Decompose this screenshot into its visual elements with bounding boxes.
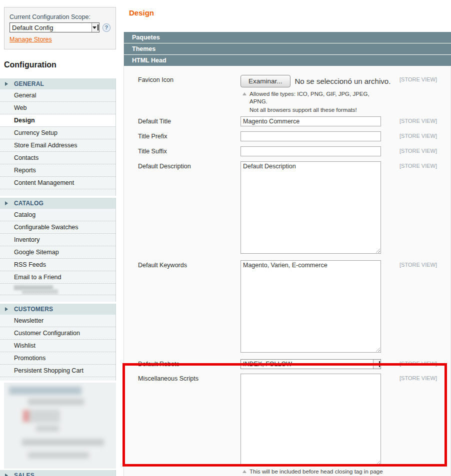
field-label: Title Prefix xyxy=(138,131,240,140)
default-robots-select[interactable]: INDEX, FOLLOW xyxy=(240,359,381,369)
default-robots-value: INDEX, FOLLOW xyxy=(241,361,373,368)
scope-select[interactable]: Default Config xyxy=(10,22,100,32)
section-filler xyxy=(0,189,116,196)
arrow-right-icon xyxy=(5,474,8,476)
scope-badge: [STORE VIEW] xyxy=(400,161,450,169)
arrow-right-icon xyxy=(5,201,8,205)
scope-badge: [STORE VIEW] xyxy=(400,131,450,139)
config-nav: GENERAL General Web Design Currency Setu… xyxy=(0,78,116,476)
nav-section-sales: SALES Sales xyxy=(0,470,116,476)
scope-badge: [STORE VIEW] xyxy=(400,146,450,154)
file-status-text: No se seleccionó un archivo. xyxy=(295,77,391,85)
note-triangle-icon xyxy=(242,470,246,473)
field-row-default-keywords: Default Keywords Magento, Varien, E-comm… xyxy=(124,260,450,353)
sidebar-item-reports[interactable]: Reports xyxy=(0,164,116,177)
nav-section-catalog: CATALOG Catalog Configurable Swatches In… xyxy=(0,198,116,302)
help-icon[interactable]: ? xyxy=(102,23,110,32)
field-row-title-suffix: Title Suffix [STORE VIEW] xyxy=(124,146,450,156)
field-note: Not all browsers support all these forma… xyxy=(240,106,390,114)
arrow-right-icon xyxy=(5,307,8,311)
chevron-down-icon[interactable] xyxy=(92,23,99,32)
sidebar-item-redacted xyxy=(0,284,116,295)
nav-header-customers[interactable]: CUSTOMERS xyxy=(0,304,116,315)
field-row-default-robots: Default Robots INDEX, FOLLOW [STORE VIEW… xyxy=(124,359,450,369)
sidebar-item-general[interactable]: General xyxy=(0,89,116,102)
miscellaneous-scripts-textarea[interactable] xyxy=(240,374,381,466)
sidebar-item-wishlist[interactable]: Wishlist xyxy=(0,340,116,352)
panel-header-paquetes[interactable]: Paquetes xyxy=(124,32,451,43)
scope-badge: [STORE VIEW] xyxy=(400,374,450,381)
nav-section-general: GENERAL General Web Design Currency Setu… xyxy=(0,78,116,196)
field-label: Default Keywords xyxy=(138,260,240,269)
field-label: Title Suffix xyxy=(138,146,240,155)
default-keywords-textarea[interactable]: Magento, Varien, E-commerce xyxy=(240,260,381,353)
panel-header-themes[interactable]: Themes xyxy=(124,43,451,54)
scope-label: Current Configuration Scope: xyxy=(10,13,110,20)
config-panels: Paquetes Themes HTML Head xyxy=(124,32,451,66)
chevron-down-icon[interactable] xyxy=(373,360,380,369)
field-label: Default Title xyxy=(138,116,240,125)
scope-select-value: Default Config xyxy=(10,24,92,31)
sidebar-item-web[interactable]: Web xyxy=(0,102,116,114)
sidebar-item-store-email-addresses[interactable]: Store Email Addresses xyxy=(0,139,116,152)
section-filler xyxy=(0,295,116,302)
field-label: Favicon Icon xyxy=(138,75,240,83)
field-row-default-title: Default Title [STORE VIEW] xyxy=(124,116,450,126)
page-title: Design xyxy=(129,8,451,17)
nav-header-sales[interactable]: SALES xyxy=(0,470,116,476)
field-row-favicon-icon: Favicon Icon Examinar... No se seleccion… xyxy=(124,75,450,114)
note-triangle-icon xyxy=(242,92,246,95)
sidebar-item-persistent-shopping-cart[interactable]: Persistent Shopping Cart xyxy=(0,365,116,377)
sidebar-item-promotions[interactable]: Promotions xyxy=(0,352,116,365)
title-prefix-input[interactable] xyxy=(240,131,381,141)
config-scope-box: Current Configuration Scope: Default Con… xyxy=(4,7,116,49)
manage-stores-link[interactable]: Manage Stores xyxy=(10,36,52,43)
panel-header-html-head[interactable]: HTML Head xyxy=(124,55,451,66)
html-head-fieldset: Favicon Icon Examinar... No se seleccion… xyxy=(124,66,451,476)
field-note: This will be included before head closin… xyxy=(240,468,386,476)
default-title-input[interactable] xyxy=(240,116,381,126)
sidebar-item-contacts[interactable]: Contacts xyxy=(0,152,116,164)
sidebar-item-configurable-swatches[interactable]: Configurable Swatches xyxy=(0,221,116,234)
title-suffix-input[interactable] xyxy=(240,146,381,156)
sidebar-item-newsletter[interactable]: Newsletter xyxy=(0,315,116,327)
nav-section-customers: CUSTOMERS Newsletter Customer Configurat… xyxy=(0,304,116,381)
field-row-miscellaneous-scripts: Miscellaneous Scripts This will be inclu… xyxy=(124,374,450,476)
sidebar-item-catalog[interactable]: Catalog xyxy=(0,209,116,221)
page: Current Configuration Scope: Default Con… xyxy=(0,0,451,476)
default-description-textarea[interactable]: Default Description xyxy=(240,161,381,254)
scope-badge: [STORE VIEW] xyxy=(400,260,450,268)
field-row-default-description: Default Description Default Description … xyxy=(124,161,450,254)
sidebar-item-google-sitemap[interactable]: Google Sitemap xyxy=(0,246,116,259)
sidebar-item-content-management[interactable]: Content Management xyxy=(0,177,116,189)
sidebar-title: Configuration xyxy=(4,60,124,69)
redacted-region xyxy=(4,383,116,469)
sidebar-item-email-to-a-friend[interactable]: Email to a Friend xyxy=(0,271,116,284)
scope-badge: [STORE VIEW] xyxy=(400,116,450,124)
sidebar-item-inventory[interactable]: Inventory xyxy=(0,234,116,246)
browse-file-button[interactable]: Examinar... xyxy=(240,75,290,87)
field-label: Default Description xyxy=(138,161,240,170)
main-content: Design Paquetes Themes HTML Head Favicon… xyxy=(124,0,451,476)
arrow-right-icon xyxy=(5,82,8,86)
nav-header-catalog[interactable]: CATALOG xyxy=(0,198,116,209)
field-row-title-prefix: Title Prefix [STORE VIEW] xyxy=(124,131,450,141)
config-sidebar: Current Configuration Scope: Default Con… xyxy=(0,0,124,476)
sidebar-item-currency-setup[interactable]: Currency Setup xyxy=(0,127,116,139)
field-label: Default Robots xyxy=(138,359,240,368)
field-label: Miscellaneous Scripts xyxy=(138,374,240,382)
section-filler xyxy=(0,377,116,381)
nav-header-general[interactable]: GENERAL xyxy=(0,78,116,89)
field-note: Allowed file types: ICO, PNG, GIF, JPG, … xyxy=(240,90,390,105)
scope-badge: [STORE VIEW] xyxy=(400,359,450,367)
sidebar-item-design[interactable]: Design xyxy=(0,114,116,127)
sidebar-item-customer-configuration[interactable]: Customer Configuration xyxy=(0,327,116,340)
scope-badge: [STORE VIEW] xyxy=(400,75,450,82)
sidebar-item-rss-feeds[interactable]: RSS Feeds xyxy=(0,259,116,271)
